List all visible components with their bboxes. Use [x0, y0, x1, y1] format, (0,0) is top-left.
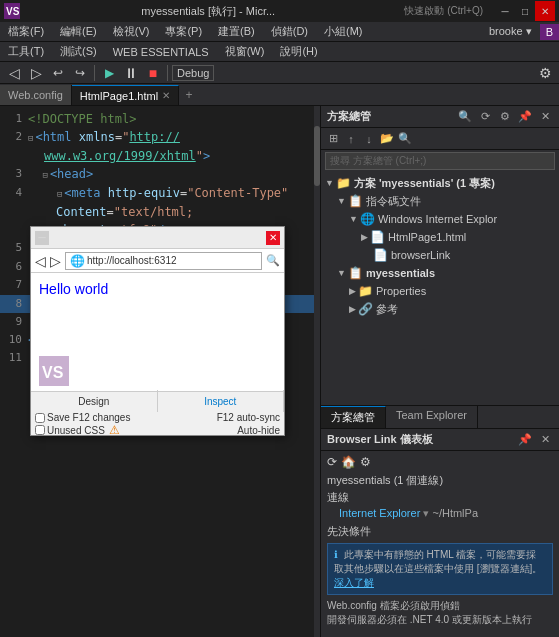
- unused-css-checkbox[interactable]: [35, 425, 45, 435]
- maximize-button[interactable]: □: [515, 1, 535, 21]
- tree-properties[interactable]: ▶ 📁 Properties: [321, 282, 559, 300]
- undo-button[interactable]: ↩: [48, 63, 68, 83]
- bl-info-icon: ℹ: [334, 549, 338, 560]
- menu-view[interactable]: 檢視(V): [105, 22, 158, 41]
- se-toolbar-btn-3[interactable]: ↓: [361, 131, 377, 147]
- bp-search-icon[interactable]: 🔍: [266, 254, 280, 267]
- bp-forward-button[interactable]: ▷: [50, 253, 61, 269]
- menu-debug[interactable]: 偵錯(D): [263, 22, 316, 41]
- tab-close-icon[interactable]: ✕: [162, 90, 170, 101]
- se-toolbar-btn-4[interactable]: 📂: [379, 131, 395, 147]
- menu-user[interactable]: brooke ▾: [481, 23, 540, 40]
- references-label: 參考: [376, 302, 398, 317]
- line-num-8: 8: [0, 295, 28, 313]
- se-toolbar-btn-5[interactable]: 🔍: [397, 131, 413, 147]
- pause-button[interactable]: ⏸: [121, 63, 141, 83]
- ie-icon: 🌐: [70, 254, 85, 268]
- bl-settings-icon[interactable]: ⚙: [360, 455, 371, 469]
- menu-team[interactable]: 小組(M): [316, 22, 371, 41]
- back-button[interactable]: ◁: [4, 63, 24, 83]
- svg-text:VS: VS: [6, 6, 20, 17]
- references-icon: 🔗: [358, 302, 373, 316]
- htmlpage-arrow-icon: ▶: [361, 232, 368, 242]
- line-num-10: 10: [0, 331, 28, 349]
- toolbar: ◁ ▷ ↩ ↪ ▶ ⏸ ■ Debug ⚙: [0, 62, 559, 84]
- bp-minimize-button[interactable]: ─: [35, 231, 49, 245]
- se-toolbar-btn-2[interactable]: ↑: [343, 131, 359, 147]
- unused-css-icon: ⚠: [109, 423, 120, 437]
- tree-scripts[interactable]: ▼ 📋 指令碼文件: [321, 192, 559, 210]
- browser-footer-row-3: Unused CSS ⚠ Auto-hide: [31, 423, 284, 437]
- save-checkbox[interactable]: [35, 413, 45, 423]
- svg-text:VS: VS: [42, 364, 64, 381]
- se-search-icon[interactable]: 🔍: [457, 109, 473, 125]
- browser-preview-titlebar: ─ ✕: [31, 227, 284, 249]
- menu-build[interactable]: 建置(B): [210, 22, 263, 41]
- line-num-1: 1: [0, 110, 28, 128]
- bl-pin-icon[interactable]: 📌: [517, 431, 533, 447]
- bl-home-icon[interactable]: 🏠: [341, 455, 356, 469]
- stop-button[interactable]: ■: [143, 63, 163, 83]
- tree-ie[interactable]: ▼ 🌐 Windows Internet Explor: [321, 210, 559, 228]
- bp-back-button[interactable]: ◁: [35, 253, 46, 269]
- debug-mode: Debug: [172, 65, 214, 81]
- forward-button[interactable]: ▷: [26, 63, 46, 83]
- tab-team-explorer[interactable]: Team Explorer: [386, 406, 478, 428]
- minimize-button[interactable]: ─: [495, 1, 515, 21]
- quick-launch[interactable]: 快速啟動 (Ctrl+Q): [396, 4, 491, 18]
- solution-explorer-title: 方案總管: [327, 109, 453, 124]
- menu-test[interactable]: 測試(S): [52, 42, 105, 61]
- close-button[interactable]: ✕: [535, 1, 555, 21]
- inspect-button[interactable]: Inspect: [158, 390, 285, 412]
- se-refresh-icon[interactable]: ⟳: [477, 109, 493, 125]
- bl-dotnet-warning: 開發伺服器必須在 .NET 4.0 或更新版本上執行: [327, 614, 532, 625]
- design-button[interactable]: Design: [31, 390, 158, 412]
- se-options-icon[interactable]: ⚙: [497, 109, 513, 125]
- line-num-7: 7: [0, 276, 28, 294]
- menu-user-icon[interactable]: B: [540, 24, 559, 40]
- tree-solution[interactable]: ▼ 📁 方案 'myessentials' (1 專案): [321, 174, 559, 192]
- unused-css-check[interactable]: Unused CSS ⚠: [31, 423, 233, 437]
- menu-help[interactable]: 說明(H): [272, 42, 325, 61]
- settings-icon[interactable]: ⚙: [535, 63, 555, 83]
- bp-close-button[interactable]: ✕: [266, 231, 280, 245]
- redo-button[interactable]: ↪: [70, 63, 90, 83]
- menu-window[interactable]: 視窗(W): [217, 42, 273, 61]
- se-pin-icon[interactable]: 📌: [517, 109, 533, 125]
- line-content-4: ⊟<meta http-equiv="Content-Type": [28, 184, 288, 203]
- browser-url-box[interactable]: 🌐 http://localhost:6312: [65, 252, 262, 270]
- se-close-icon[interactable]: ✕: [537, 109, 553, 125]
- autohide-label: Auto-hide: [233, 425, 284, 436]
- menu-edit[interactable]: 編輯(E): [52, 22, 105, 41]
- tree-htmlpage[interactable]: ▶ 📄 HtmlPage1.html: [321, 228, 559, 246]
- browser-link-panel: Browser Link 儀表板 📌 ✕ ⟳ 🏠 ⚙ myessentials …: [321, 428, 559, 638]
- ie-icon: 🌐: [360, 212, 375, 226]
- tree-references[interactable]: ▶ 🔗 參考: [321, 300, 559, 318]
- line-num-5: 5: [0, 239, 28, 257]
- editor-scrollbar[interactable]: [314, 106, 320, 637]
- menu-tools[interactable]: 工具(T): [0, 42, 52, 61]
- htmlpage-file-icon: 📄: [370, 230, 385, 244]
- editor-scrollbar-thumb[interactable]: [314, 126, 320, 186]
- run-button[interactable]: ▶: [99, 63, 119, 83]
- bl-close-icon[interactable]: ✕: [537, 431, 553, 447]
- tree-browserlink[interactable]: 📄 browserLink: [321, 246, 559, 264]
- tab-solution-explorer[interactable]: 方案總管: [321, 406, 386, 428]
- tab-webconfig[interactable]: Web.config: [0, 85, 72, 105]
- vs-watermark: VS: [39, 356, 69, 389]
- menu-web-essentials[interactable]: WEB ESSENTIALS: [105, 44, 217, 60]
- bl-refresh-icon[interactable]: ⟳: [327, 455, 337, 469]
- save-label: Save F12 changes: [47, 412, 130, 423]
- menu-project[interactable]: 專案(P): [157, 22, 210, 41]
- se-toolbar-btn-1[interactable]: ⊞: [325, 131, 341, 147]
- solution-search-box[interactable]: 搜尋 方案總管 (Ctrl+;): [325, 152, 555, 170]
- menu-file[interactable]: 檔案(F): [0, 22, 52, 41]
- bl-learn-more-link[interactable]: 深入了解: [334, 577, 374, 588]
- browser-url: http://localhost:6312: [87, 255, 177, 266]
- save-changes-check[interactable]: Save F12 changes: [31, 412, 213, 423]
- line-num-9: 9: [0, 313, 28, 331]
- tab-add-button[interactable]: +: [179, 85, 199, 105]
- bl-toolbar: ⟳ 🏠 ⚙: [327, 455, 553, 469]
- tab-htmlpage[interactable]: HtmlPage1.html ✕: [72, 85, 179, 105]
- tree-myessentials[interactable]: ▼ 📋 myessentials: [321, 264, 559, 282]
